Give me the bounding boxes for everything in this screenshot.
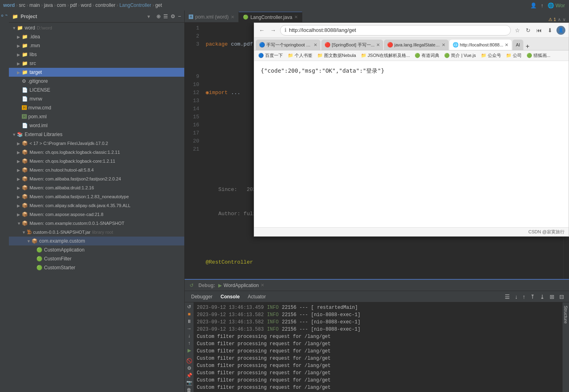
breadcrumb-get[interactable]: get — [155, 2, 162, 8]
lang-tab-close[interactable]: ✕ — [294, 15, 298, 20]
browser-download-icon[interactable]: ⬇ — [546, 26, 554, 34]
browser-tab-5[interactable]: AI — [512, 40, 523, 50]
browser-url-container[interactable]: ℹ http://localhost:8088/lang/get — [280, 25, 511, 36]
user-icon[interactable]: 👤 — [529, 2, 537, 9]
tree-idea[interactable]: ▶ 📁 .idea — [9, 32, 184, 41]
sync-icon[interactable]: ⊕ — [156, 13, 161, 19]
breadcrumb-controller[interactable]: controller — [95, 2, 115, 8]
console-stop-icon[interactable]: ■ — [185, 311, 193, 317]
debug-app-close[interactable]: ✕ — [261, 283, 264, 288]
tree-custom-snapshot[interactable]: ▼ 📦 Maven: com.example:custom:0.0.1-SNAP… — [9, 219, 184, 228]
collapse-icon[interactable]: ☰ — [163, 13, 168, 19]
browser-tab-1-close[interactable]: ✕ — [314, 42, 317, 48]
tree-custom-app[interactable]: ▶ 🟢 CustomApplication — [9, 245, 184, 254]
tree-libs[interactable]: ▶ 📁 libs — [9, 50, 184, 59]
debug-down-icon[interactable]: ↓ — [513, 293, 519, 301]
scroll-down-icon[interactable]: ∨ — [563, 17, 566, 22]
console-trash-icon[interactable]: 🗑 — [185, 387, 193, 392]
bookmark-company[interactable]: 📁 公司 — [504, 52, 523, 59]
tree-pomxml[interactable]: ▶ 🅼 pom.xml — [9, 112, 184, 121]
browser-back-icon[interactable]: ← — [257, 26, 266, 34]
console-pause-icon[interactable]: ⏸ — [185, 319, 193, 324]
world-icon[interactable]: 🌐 Wor — [547, 2, 566, 9]
debug-layout-icon[interactable]: ⊟ — [558, 293, 566, 301]
console-rerun-icon[interactable]: ↺ — [185, 304, 193, 310]
breadcrumb-java[interactable]: java — [44, 2, 53, 8]
settings-icon[interactable]: ⚙ — [171, 13, 175, 19]
console-settings-icon[interactable]: ⚙ — [185, 365, 193, 371]
tree-mvn[interactable]: ▶ 📁 .mvn — [9, 41, 184, 50]
breadcrumb-word[interactable]: word — [3, 2, 15, 8]
bookmark-wechat[interactable]: 📁 公众号 — [479, 52, 503, 59]
bookmark-personal[interactable]: 📁 个人书签 — [286, 52, 314, 59]
tree-extlibs[interactable]: ▼ 📚 External Libraries — [9, 130, 184, 139]
debug-up-icon[interactable]: ↑ — [521, 293, 527, 301]
breadcrumb-langcontroller[interactable]: LangController — [119, 2, 151, 8]
structure-tab[interactable]: Structure — [563, 302, 569, 392]
tree-custom-jar[interactable]: ▼ 🗜 custom-0.0.1-SNAPSHOT.jar library ro… — [9, 228, 184, 237]
console-stepover-icon[interactable]: → — [185, 326, 193, 331]
breadcrumb-word2[interactable]: word — [81, 2, 91, 8]
tree-root[interactable]: ▼ 📁 word D:\word — [9, 23, 184, 32]
console-mute-icon[interactable]: 🚫 — [185, 358, 193, 364]
tree-logback-core[interactable]: ▶ 📦 Maven: ch.qos.logback:logback-core:1… — [9, 157, 184, 166]
project-icon[interactable]: Proj — [1, 12, 8, 19]
tree-fastjson2[interactable]: ▶ 📦 Maven: com.alibaba.fastjson2:fastjso… — [9, 174, 184, 183]
browser-user-icon[interactable]: 👤 — [556, 26, 565, 35]
browser-forward-icon[interactable]: → — [269, 26, 278, 34]
debug-tab-debugger[interactable]: Debugger — [188, 293, 216, 300]
tree-com-example[interactable]: ▼ 📦 com.example.custom — [9, 237, 184, 245]
browser-new-tab-icon[interactable]: + — [524, 43, 531, 50]
console-camera-icon[interactable]: 📷 — [185, 380, 193, 386]
tree-mvnwcmd[interactable]: ▶ 🅼 mvnw.cmd — [9, 103, 184, 112]
bookmark-vuejs[interactable]: 🟢 简介 | Vue.js — [443, 52, 477, 59]
project-dropdown-icon[interactable]: ▼ — [147, 14, 151, 19]
tree-license[interactable]: ▶ 📄 LICENSE — [9, 86, 184, 94]
tree-aspose[interactable]: ▶ 📦 Maven: com.aspose:aspose-cad:21.8 — [9, 210, 184, 219]
tree-jdk[interactable]: ▶ 📦 < 17 > C:\Program Files\Java\jdk-17.… — [9, 139, 184, 148]
tab-lang[interactable]: 🟢 LangController.java ✕ — [239, 12, 302, 22]
tab-pom[interactable]: 🅼 pom.xml (word) ✕ — [185, 12, 239, 22]
breadcrumb-main[interactable]: main — [30, 2, 40, 8]
tree-alipay[interactable]: ▶ 📦 Maven: com.alipay.sdk:alipay-sdk-jav… — [9, 201, 184, 210]
tree-mvnw[interactable]: ▶ 📄 mvnw — [9, 94, 184, 103]
breadcrumb-com[interactable]: com — [57, 2, 66, 8]
debug-bottom-icon[interactable]: ⤓ — [538, 293, 546, 301]
debug-grid-icon[interactable]: ⊞ — [548, 293, 556, 301]
browser-tab-3[interactable]: 🔴 java.lang.IllegalStateE... ✕ — [384, 40, 449, 50]
tree-custom-filter[interactable]: ▶ 🟢 CustomFilter — [9, 254, 184, 263]
scroll-up-icon[interactable]: ∧ — [558, 17, 561, 22]
browser-tab-4-close[interactable]: ✕ — [505, 42, 508, 48]
debug-filter-icon[interactable]: ☰ — [503, 293, 512, 301]
browser-refresh-icon[interactable]: ↻ — [524, 26, 532, 34]
debug-tab-actuator[interactable]: Actuator — [244, 293, 269, 300]
browser-tab-1[interactable]: 🔵 手写一个springboot s... ✕ — [256, 40, 320, 50]
debug-tab-console[interactable]: Console — [217, 293, 243, 300]
pom-tab-close[interactable]: ✕ — [231, 15, 234, 20]
tree-gitignore[interactable]: ▶ ⚙ .gitignore — [9, 77, 184, 86]
browser-tab-4[interactable]: 🌐 http://localhost:8088... ✕ — [449, 40, 512, 50]
browser-tab-2[interactable]: 🔴 [SpringBoot] 手写一... ✕ — [321, 40, 383, 50]
arrow-icon[interactable]: ↑ — [540, 2, 544, 9]
bookmark-lhh[interactable]: 🟢 猎狐画... — [525, 52, 552, 59]
bookmark-youdao[interactable]: 🟢 有道词典 — [413, 52, 441, 59]
bookmark-baidu[interactable]: 🔵 百度一下 — [257, 52, 284, 59]
console-stepin-icon[interactable]: ↓ — [185, 333, 193, 339]
browser-star-icon[interactable]: ☆ — [513, 26, 522, 34]
tree-target[interactable]: ▶ 📁 target — [9, 68, 184, 77]
tree-src[interactable]: ▶ 📁 src — [9, 59, 184, 68]
tree-hutool[interactable]: ▶ 📦 Maven: cn.hutool:hutool-all:5.8.4 — [9, 166, 184, 174]
console-pin-icon[interactable]: 📌 — [185, 373, 193, 378]
browser-tab-2-close[interactable]: ✕ — [376, 42, 380, 48]
breadcrumb-src[interactable]: src — [19, 2, 25, 8]
tree-wordiml[interactable]: ▶ 📄 word.iml — [9, 121, 184, 130]
browser-tab-3-close[interactable]: ✕ — [442, 42, 445, 48]
console-run-icon[interactable]: ▶ — [185, 348, 193, 353]
console-stepout-icon[interactable]: ↑ — [185, 340, 193, 346]
tree-custom-starter[interactable]: ▶ 🟢 CustomStarter — [9, 263, 184, 272]
tree-logback-classic[interactable]: ▶ 📦 Maven: ch.qos.logback:logback-classi… — [9, 148, 184, 157]
debug-top-icon[interactable]: ⤒ — [529, 293, 537, 301]
tree-fastjson[interactable]: ▶ 📦 Maven: com.alibaba:fastjson:1.2.83_n… — [9, 192, 184, 201]
tree-druid[interactable]: ▶ 📦 Maven: com.alibaba:druid:1.2.16 — [9, 183, 184, 192]
breadcrumb-pdf[interactable]: pdf — [70, 2, 77, 8]
